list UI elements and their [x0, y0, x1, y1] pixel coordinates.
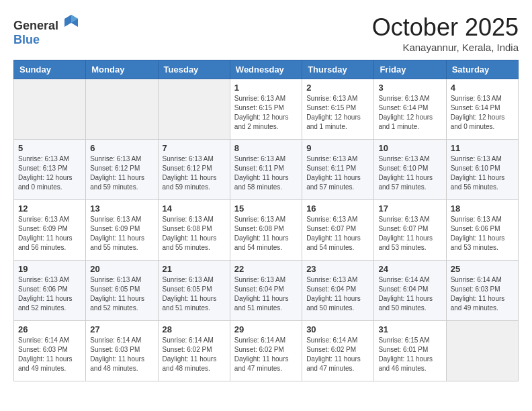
- logo-icon: [63, 13, 79, 30]
- day-cell: 3Sunrise: 6:13 AMSunset: 6:14 PMDaylight…: [374, 79, 446, 140]
- day-info: Sunrise: 6:13 AMSunset: 6:04 PMDaylight:…: [306, 275, 369, 313]
- column-header-friday: Friday: [374, 60, 446, 79]
- day-number: 16: [306, 203, 369, 214]
- day-info: Sunrise: 6:13 AMSunset: 6:06 PMDaylight:…: [451, 215, 514, 253]
- column-header-thursday: Thursday: [302, 60, 374, 79]
- day-number: 11: [451, 143, 514, 153]
- day-cell: 25Sunrise: 6:14 AMSunset: 6:03 PMDayligh…: [446, 261, 518, 321]
- day-info: Sunrise: 6:13 AMSunset: 6:09 PMDaylight:…: [18, 215, 81, 253]
- day-info: Sunrise: 6:13 AMSunset: 6:13 PMDaylight:…: [18, 154, 81, 192]
- day-cell: 24Sunrise: 6:14 AMSunset: 6:04 PMDayligh…: [374, 261, 446, 321]
- day-cell: 7Sunrise: 6:13 AMSunset: 6:12 PMDaylight…: [158, 140, 230, 200]
- day-number: 22: [234, 264, 298, 274]
- day-info: Sunrise: 6:15 AMSunset: 6:01 PMDaylight:…: [378, 336, 441, 373]
- day-cell: 29Sunrise: 6:14 AMSunset: 6:02 PMDayligh…: [230, 321, 302, 381]
- day-number: 20: [90, 264, 153, 274]
- day-number: 18: [451, 203, 514, 214]
- day-info: Sunrise: 6:14 AMSunset: 6:03 PMDaylight:…: [90, 336, 153, 373]
- column-header-sunday: Sunday: [14, 60, 86, 79]
- logo-text: General Blue: [13, 13, 79, 47]
- day-cell: 14Sunrise: 6:13 AMSunset: 6:08 PMDayligh…: [158, 200, 230, 261]
- day-info: Sunrise: 6:13 AMSunset: 6:15 PMDaylight:…: [306, 94, 369, 132]
- day-number: 30: [306, 324, 369, 334]
- day-cell: 8Sunrise: 6:13 AMSunset: 6:11 PMDaylight…: [230, 140, 302, 200]
- day-info: Sunrise: 6:13 AMSunset: 6:09 PMDaylight:…: [90, 215, 153, 253]
- day-number: 15: [234, 203, 298, 214]
- day-cell: 28Sunrise: 6:14 AMSunset: 6:02 PMDayligh…: [158, 321, 230, 381]
- column-header-monday: Monday: [86, 60, 158, 79]
- day-info: Sunrise: 6:13 AMSunset: 6:05 PMDaylight:…: [163, 275, 226, 313]
- day-number: 17: [378, 203, 441, 214]
- day-info: Sunrise: 6:13 AMSunset: 6:12 PMDaylight:…: [90, 154, 153, 192]
- day-number: 31: [378, 324, 441, 334]
- day-info: Sunrise: 6:13 AMSunset: 6:10 PMDaylight:…: [378, 154, 441, 192]
- calendar-table: SundayMondayTuesdayWednesdayThursdayFrid…: [13, 60, 519, 381]
- day-cell: 15Sunrise: 6:13 AMSunset: 6:08 PMDayligh…: [230, 200, 302, 261]
- day-number: 10: [378, 143, 441, 153]
- day-cell: 2Sunrise: 6:13 AMSunset: 6:15 PMDaylight…: [302, 79, 374, 140]
- day-info: Sunrise: 6:13 AMSunset: 6:05 PMDaylight:…: [90, 275, 153, 313]
- logo-blue: Blue: [13, 33, 40, 46]
- days-header-row: SundayMondayTuesdayWednesdayThursdayFrid…: [14, 60, 519, 79]
- week-row-5: 26Sunrise: 6:14 AMSunset: 6:03 PMDayligh…: [14, 321, 519, 381]
- day-info: Sunrise: 6:13 AMSunset: 6:11 PMDaylight:…: [234, 154, 298, 192]
- day-info: Sunrise: 6:14 AMSunset: 6:02 PMDaylight:…: [163, 336, 226, 373]
- day-info: Sunrise: 6:13 AMSunset: 6:06 PMDaylight:…: [18, 275, 81, 313]
- day-number: 27: [90, 324, 153, 334]
- month-title: October 2025: [372, 13, 519, 42]
- day-number: 19: [18, 264, 81, 274]
- day-number: 9: [306, 143, 369, 153]
- day-number: 14: [163, 203, 226, 214]
- day-cell: 18Sunrise: 6:13 AMSunset: 6:06 PMDayligh…: [446, 200, 518, 261]
- day-cell: 22Sunrise: 6:13 AMSunset: 6:04 PMDayligh…: [230, 261, 302, 321]
- day-info: Sunrise: 6:13 AMSunset: 6:08 PMDaylight:…: [163, 215, 226, 253]
- day-number: 2: [306, 83, 369, 93]
- day-info: Sunrise: 6:13 AMSunset: 6:14 PMDaylight:…: [451, 94, 514, 132]
- week-row-3: 12Sunrise: 6:13 AMSunset: 6:09 PMDayligh…: [14, 200, 519, 261]
- day-cell: 31Sunrise: 6:15 AMSunset: 6:01 PMDayligh…: [374, 321, 446, 381]
- day-number: 12: [18, 203, 81, 214]
- day-cell: 11Sunrise: 6:13 AMSunset: 6:10 PMDayligh…: [446, 140, 518, 200]
- day-info: Sunrise: 6:14 AMSunset: 6:04 PMDaylight:…: [378, 275, 441, 313]
- day-number: 7: [163, 143, 226, 153]
- day-cell: [446, 321, 518, 381]
- day-info: Sunrise: 6:13 AMSunset: 6:15 PMDaylight:…: [234, 94, 298, 132]
- day-cell: 30Sunrise: 6:14 AMSunset: 6:02 PMDayligh…: [302, 321, 374, 381]
- day-number: 4: [451, 83, 514, 93]
- day-info: Sunrise: 6:14 AMSunset: 6:02 PMDaylight:…: [306, 336, 369, 373]
- column-header-wednesday: Wednesday: [230, 60, 302, 79]
- day-info: Sunrise: 6:14 AMSunset: 6:03 PMDaylight:…: [451, 275, 514, 313]
- logo-general: General: [13, 19, 58, 32]
- day-cell: 10Sunrise: 6:13 AMSunset: 6:10 PMDayligh…: [374, 140, 446, 200]
- day-info: Sunrise: 6:14 AMSunset: 6:02 PMDaylight:…: [234, 336, 298, 373]
- location-title: Kanayannur, Kerala, India: [372, 42, 519, 53]
- day-number: 24: [378, 264, 441, 274]
- day-number: 1: [234, 83, 298, 93]
- day-cell: 20Sunrise: 6:13 AMSunset: 6:05 PMDayligh…: [86, 261, 158, 321]
- day-number: 28: [163, 324, 226, 334]
- day-cell: 21Sunrise: 6:13 AMSunset: 6:05 PMDayligh…: [158, 261, 230, 321]
- day-cell: 16Sunrise: 6:13 AMSunset: 6:07 PMDayligh…: [302, 200, 374, 261]
- day-number: 13: [90, 203, 153, 214]
- day-cell: 26Sunrise: 6:14 AMSunset: 6:03 PMDayligh…: [14, 321, 86, 381]
- day-cell: 17Sunrise: 6:13 AMSunset: 6:07 PMDayligh…: [374, 200, 446, 261]
- column-header-tuesday: Tuesday: [158, 60, 230, 79]
- day-cell: 27Sunrise: 6:14 AMSunset: 6:03 PMDayligh…: [86, 321, 158, 381]
- day-info: Sunrise: 6:13 AMSunset: 6:07 PMDaylight:…: [378, 215, 441, 253]
- logo: General Blue: [13, 13, 79, 47]
- day-info: Sunrise: 6:13 AMSunset: 6:14 PMDaylight:…: [378, 94, 441, 132]
- day-cell: 12Sunrise: 6:13 AMSunset: 6:09 PMDayligh…: [14, 200, 86, 261]
- day-number: 25: [451, 264, 514, 274]
- day-cell: 5Sunrise: 6:13 AMSunset: 6:13 PMDaylight…: [14, 140, 86, 200]
- day-number: 29: [234, 324, 298, 334]
- day-number: 26: [18, 324, 81, 334]
- day-cell: 6Sunrise: 6:13 AMSunset: 6:12 PMDaylight…: [86, 140, 158, 200]
- day-cell: 23Sunrise: 6:13 AMSunset: 6:04 PMDayligh…: [302, 261, 374, 321]
- column-header-saturday: Saturday: [446, 60, 518, 79]
- day-cell: 4Sunrise: 6:13 AMSunset: 6:14 PMDaylight…: [446, 79, 518, 140]
- day-cell: 19Sunrise: 6:13 AMSunset: 6:06 PMDayligh…: [14, 261, 86, 321]
- day-cell: 9Sunrise: 6:13 AMSunset: 6:11 PMDaylight…: [302, 140, 374, 200]
- day-info: Sunrise: 6:14 AMSunset: 6:03 PMDaylight:…: [18, 336, 81, 373]
- day-cell: 13Sunrise: 6:13 AMSunset: 6:09 PMDayligh…: [86, 200, 158, 261]
- week-row-4: 19Sunrise: 6:13 AMSunset: 6:06 PMDayligh…: [14, 261, 519, 321]
